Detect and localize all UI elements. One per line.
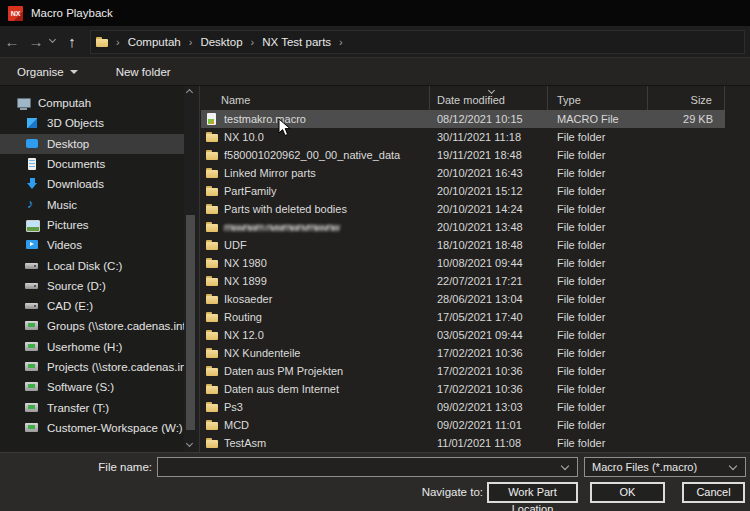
type-cell: File folder [548,293,648,305]
date-modified-cell: 17/05/2021 17:40 [430,311,548,323]
file-name-cell: Daten aus dem Internet [201,382,430,396]
file-type-icon [205,148,220,162]
file-row[interactable]: Ikosaeder 28/06/2021 13:04 File folder [201,290,725,308]
file-row[interactable]: Linked Mirror parts 20/10/2021 16:43 Fil… [201,164,725,182]
type-cell: File folder [548,149,648,161]
file-type-icon [205,166,220,180]
sidebar-item[interactable]: Projects (\\store.cadenas.intern [0,357,184,377]
file-type-select[interactable]: Macro Files (*.macro) [584,457,746,477]
sidebar-item[interactable]: Documents [0,154,184,174]
file-row[interactable]: Routing 17/05/2021 17:40 File folder [201,308,725,326]
breadcrumb-item: › Desktop [183,36,245,48]
file-row[interactable]: f580001020962_00_00_native_data 19/11/20… [201,146,725,164]
file-row[interactable]: Parts with deleted bodies 20/10/2021 14:… [201,200,725,218]
file-name: Ps3 [224,401,243,413]
scroll-down-icon[interactable] [186,440,193,447]
recent-locations-chevron-icon[interactable] [48,37,60,47]
file-row[interactable]: UDF 18/10/2021 18:48 File folder [201,236,725,254]
file-name-input[interactable] [157,457,578,477]
column-header-label: Size [691,94,712,106]
nx-app-icon: NX [8,6,23,21]
sidebar-item[interactable]: Downloads [0,174,184,194]
file-row[interactable]: NX Kundenteile 17/02/2021 10:36 File fol… [201,344,725,362]
file-name-cell: Parts with deleted bodies [201,202,430,216]
sidebar-item[interactable]: Source (D:) [0,276,184,296]
breadcrumb-label[interactable]: Desktop [198,36,244,48]
date-modified-cell: 08/12/2021 10:15 [430,113,548,125]
file-row[interactable]: PartFamily 20/10/2021 15:12 File folder [201,182,725,200]
sidebar-item-label: Computah [38,97,91,109]
column-header[interactable]: Date modified [430,86,548,110]
sidebar-item[interactable]: CAD (E:) [0,296,184,316]
sidebar-item[interactable]: Transfer (T:) [0,397,184,417]
date-modified-cell: 17/02/2021 10:36 [430,383,548,395]
sidebar-item[interactable]: Computah [0,93,184,113]
type-cell: File folder [548,239,648,251]
sidebar-item[interactable]: Music [0,194,184,214]
file-type-icon [205,130,220,144]
navigation-bar: ← → ↑ › Computah › Desktop › NX Test par… [0,26,750,58]
new-folder-button[interactable]: New folder [116,66,171,78]
sidebar-item-icon [25,177,40,191]
file-name-cell: NX 10.0 [201,130,430,144]
sidebar-item[interactable]: Pictures [0,215,184,235]
sidebar-item[interactable]: Videos [0,235,184,255]
work-part-location-button[interactable]: Work Part Location [487,482,578,503]
file-rows: testmakro.macro 08/12/2021 10:15 MACRO F… [201,110,725,452]
file-name: Routing [224,311,262,323]
file-row[interactable]: NX 1980 10/08/2021 09:44 File folder [201,254,725,272]
up-icon[interactable]: ↑ [60,34,84,49]
file-name-cell: Linked Mirror parts [201,166,430,180]
sidebar-item[interactable]: Desktop [0,134,184,154]
file-name: PartFamily [224,185,277,197]
sidebar-item[interactable]: Userhome (H:) [0,337,184,357]
sidebar-item-icon [25,137,40,151]
file-row[interactable]: NX 12.0 03/05/2021 09:44 File folder [201,326,725,344]
sidebar-item[interactable]: Customer-Workspace (W:) [0,418,184,438]
file-name: NX 1899 [224,275,267,287]
sidebar-item[interactable]: Software (S:) [0,377,184,397]
file-name: Parts with deleted bodies [224,203,347,215]
chevron-right-icon: › [333,36,349,48]
breadcrumb-label[interactable]: NX Test parts [260,36,333,48]
scroll-up-icon[interactable] [186,89,193,96]
column-header-label: Type [557,94,581,106]
breadcrumb-label[interactable]: Computah [126,36,183,48]
date-modified-cell: 20/10/2021 13:48 [430,221,548,233]
column-header[interactable]: Name [201,86,430,110]
file-type-value: Macro Files (*.macro) [592,461,697,473]
forward-icon[interactable]: → [24,34,48,49]
back-icon[interactable]: ← [0,34,24,49]
file-row[interactable]: MCD 09/02/2021 11:01 File folder [201,416,725,434]
file-name: TestAsm [224,437,266,449]
file-name: NX 12.0 [224,329,264,341]
sidebar-item-icon [25,401,40,415]
type-cell: File folder [548,167,648,179]
sidebar-item[interactable]: 3D Objects [0,113,184,133]
file-name-cell: TestAsm [201,436,430,450]
file-row[interactable]: Daten aus dem Internet 17/02/2021 10:36 … [201,380,725,398]
type-cell: File folder [548,221,648,233]
sidebar-item-icon [25,238,40,252]
file-row[interactable]: Daten aus PM Projekten 17/02/2021 10:36 … [201,362,725,380]
file-row[interactable]: TestAsm 11/01/2021 11:08 File folder [201,434,725,452]
date-modified-cell: 20/10/2021 16:43 [430,167,548,179]
file-row[interactable]: mwvnwm nvwmwnvmwvnw 20/10/2021 13:48 Fil… [201,218,725,236]
file-name-cell: UDF [201,238,430,252]
sidebar-item[interactable]: Local Disk (C:) [0,255,184,275]
cancel-button[interactable]: Cancel [682,482,745,503]
column-header[interactable]: Type [548,86,648,110]
file-row[interactable]: Ps3 09/02/2021 13:03 File folder [201,398,725,416]
date-modified-cell: 09/02/2021 11:01 [430,419,548,431]
ok-button[interactable]: OK [590,482,665,503]
column-header[interactable]: Size [648,86,725,110]
scrollbar-thumb[interactable] [186,215,195,430]
breadcrumb[interactable]: › Computah › Desktop › NX Test parts › [90,30,745,54]
file-name: testmakro.macro [224,113,306,125]
file-row[interactable]: NX 1899 22/07/2021 17:21 File folder [201,272,725,290]
file-type-icon [205,400,220,414]
sidebar-item[interactable]: Groups (\\store.cadenas.interna [0,316,184,336]
organise-button[interactable]: Organise [17,66,78,78]
file-name-cell: NX 12.0 [201,328,430,342]
sidebar-scrollbar[interactable] [184,86,197,452]
